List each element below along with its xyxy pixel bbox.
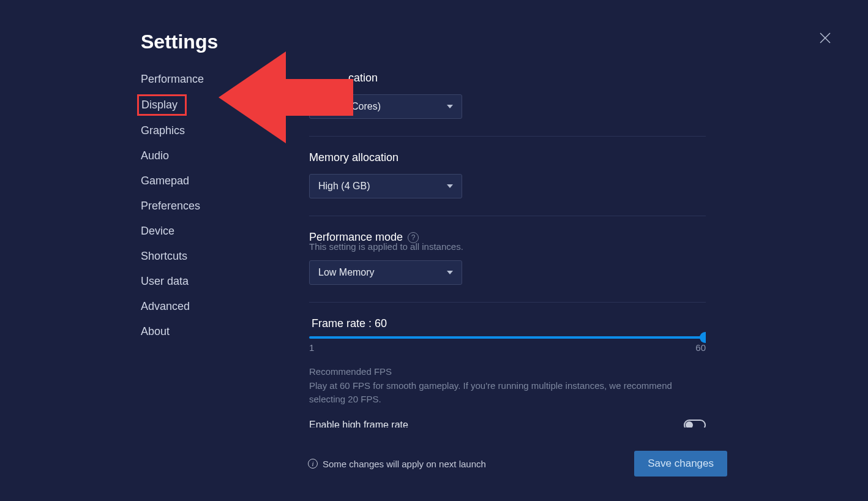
sidebar-item-shortcuts[interactable]: Shortcuts: [141, 249, 187, 264]
sidebar-item-preferences[interactable]: Preferences: [141, 198, 200, 214]
sidebar-item-performance[interactable]: Performance: [141, 72, 204, 87]
close-button[interactable]: [818, 31, 832, 45]
footer-note: i Some changes will apply on next launch: [308, 459, 486, 469]
high-frame-rate-toggle[interactable]: [684, 420, 706, 428]
memory-allocation-value: High (4 GB): [318, 181, 370, 192]
performance-mode-select[interactable]: Low Memory: [309, 260, 462, 285]
info-icon: i: [308, 459, 318, 469]
sidebar-item-about[interactable]: About: [141, 324, 170, 339]
chevron-down-icon: [447, 271, 453, 274]
sidebar-item-gamepad[interactable]: Gamepad: [141, 173, 189, 189]
slider-max-label: 60: [695, 342, 706, 353]
memory-allocation-label: Memory allocation: [309, 151, 706, 164]
divider: [309, 136, 706, 137]
slider-thumb[interactable]: [700, 332, 706, 343]
page-title: Settings: [141, 31, 868, 53]
settings-sidebar: Performance Display Graphics Audio Gamep…: [0, 72, 288, 501]
performance-mode-sublabel: This setting is applied to all instances…: [309, 241, 706, 252]
recommended-fps-title: Recommended FPS: [309, 366, 706, 377]
high-frame-rate-row: Enable high frame rate: [309, 420, 706, 428]
performance-mode-value: Low Memory: [318, 267, 375, 278]
save-changes-button[interactable]: Save changes: [634, 451, 727, 477]
sidebar-item-display[interactable]: Display: [137, 94, 187, 116]
sidebar-item-audio[interactable]: Audio: [141, 148, 169, 164]
divider: [309, 302, 706, 303]
chevron-down-icon: [447, 105, 453, 108]
cpu-allocation-select[interactable]: Cores): [309, 94, 462, 119]
recommended-fps-body: Play at 60 FPS for smooth gameplay. If y…: [309, 379, 701, 406]
slider-min-label: 1: [309, 342, 314, 353]
chevron-down-icon: [447, 184, 453, 188]
sidebar-item-device[interactable]: Device: [141, 224, 174, 239]
memory-allocation-select[interactable]: High (4 GB): [309, 174, 462, 198]
high-frame-rate-label: Enable high frame rate: [309, 420, 408, 428]
close-icon: [818, 31, 832, 45]
frame-rate-slider[interactable]: [309, 336, 706, 339]
sidebar-item-graphics[interactable]: Graphics: [141, 123, 185, 138]
cpu-allocation-value: Cores): [351, 101, 381, 112]
frame-rate-label: Frame rate : 60: [309, 317, 706, 330]
cpu-allocation-label: cation: [348, 72, 706, 85]
sidebar-item-user-data[interactable]: User data: [141, 274, 189, 289]
sidebar-item-advanced[interactable]: Advanced: [141, 299, 190, 314]
divider: [309, 216, 706, 216]
